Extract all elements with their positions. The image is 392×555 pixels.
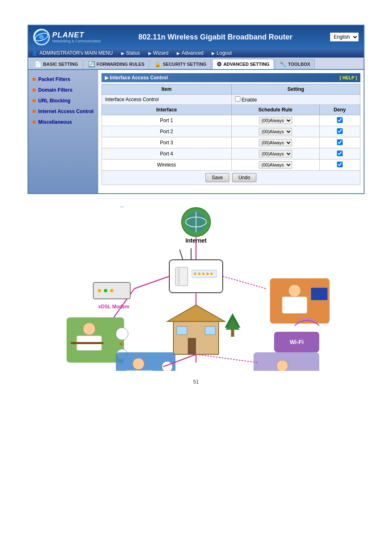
wireless-schedule-select[interactable]: (00)Always [259, 161, 292, 169]
port1-deny-cell [319, 115, 360, 126]
col-schedule-header: Schedule Rule [231, 105, 319, 115]
page-number: 51 [0, 379, 392, 385]
port1-schedule-select[interactable]: (00)Always [259, 117, 292, 124]
svg-rect-30 [71, 342, 104, 344]
port4-schedule: (00)Always [231, 148, 319, 160]
forwarding-rules-icon: 🔄 [88, 61, 95, 67]
svg-line-11 [180, 250, 183, 260]
wireless-schedule: (00)Always [231, 160, 319, 171]
admin-icon: 👤 [32, 50, 38, 56]
svg-point-31 [116, 328, 128, 340]
tab-toolbox[interactable]: 🔧 TOOLBOX [275, 59, 315, 69]
svg-line-63 [196, 354, 258, 363]
port2-schedule-select[interactable]: (00)Always [259, 128, 292, 135]
buttons-row: Save Undo [101, 171, 360, 185]
svg-point-17 [206, 273, 209, 275]
logo-title: PLANET [52, 31, 84, 39]
wireless-deny-checkbox[interactable] [337, 162, 343, 167]
router-header: PLANET Networking & Communication 802.11… [28, 25, 364, 49]
toolbox-icon: 🔧 [279, 61, 286, 67]
svg-point-18 [210, 273, 213, 275]
svg-point-15 [198, 273, 201, 275]
sidebar-item-domain-filters[interactable]: Domain Filters [28, 85, 98, 95]
port3-schedule-select[interactable]: (00)Always [259, 139, 292, 146]
port2-deny-checkbox[interactable] [337, 128, 343, 134]
svg-point-24 [98, 289, 101, 292]
save-button[interactable]: Save [205, 173, 229, 182]
sidebar-item-url-blocking[interactable]: URL Blocking [28, 95, 98, 106]
port2-label: Port 2 [102, 126, 232, 137]
nav-wizard[interactable]: ▶ Wizard [148, 50, 168, 56]
wireless-label: Wireless [102, 160, 232, 171]
port4-schedule-select[interactable]: (00)Always [259, 150, 292, 157]
content-area: Packet Filters Domain Filters URL Blocki… [28, 70, 364, 193]
logout-arrow-icon: ▶ [212, 51, 215, 56]
sidebar-item-internet-access-control[interactable]: Internet Access Control [28, 106, 98, 117]
undo-button[interactable]: Undo [232, 173, 256, 182]
table-row: Wireless (00)Always [102, 160, 360, 171]
svg-rect-38 [188, 338, 196, 354]
access-table: Item Setting Interface Access Control En… [101, 84, 360, 171]
wifi-label: Wi-Fi [290, 339, 304, 345]
port3-label: Port 3 [102, 137, 232, 148]
svg-point-50 [133, 358, 144, 370]
help-link[interactable]: [ HELP ] [339, 75, 357, 80]
svg-text:🕐: 🕐 [119, 206, 125, 208]
nav-logout[interactable]: ▶ Logout [212, 50, 232, 56]
port4-label: Port 4 [102, 148, 232, 160]
svg-rect-47 [311, 288, 327, 300]
section-header: ▶ Interface Access Control [ HELP ] [101, 73, 360, 82]
bullet-icon [32, 110, 36, 113]
logo-subtitle: Networking & Communication [52, 39, 101, 44]
port1-schedule: (00)Always [231, 115, 319, 126]
enable-value: Enable [242, 97, 257, 103]
tab-basic-setting[interactable]: 📄 BASIC SETTING [30, 59, 83, 69]
nav-admin[interactable]: 👤 ADMINISTRATOR's MAIN MENU [32, 50, 113, 56]
security-setting-icon: 🔒 [154, 61, 161, 67]
table-row: Port 2 (00)Always [102, 126, 360, 137]
sidebar-item-miscellaneous[interactable]: Miscellaneous [28, 117, 98, 127]
col-deny-header: Deny [319, 105, 360, 115]
port2-deny-cell [319, 126, 360, 137]
bullet-icon [32, 99, 36, 102]
svg-rect-46 [282, 297, 307, 313]
router-panel: PLANET Networking & Communication 802.11… [28, 25, 364, 194]
tab-forwarding-rules[interactable]: 🔄 FORWARDING RULES [83, 59, 149, 69]
port1-label: Port 1 [102, 115, 232, 126]
modem-label: xDSL Modem [98, 304, 129, 310]
bullet-icon [32, 78, 36, 81]
svg-text:✕: ✕ [119, 341, 124, 347]
section-title: ▶ Interface Access Control [105, 75, 168, 81]
tab-advanced-setting[interactable]: ⚙ ADVANCED SETTING [212, 59, 274, 69]
table-row: Port 3 (00)Always [102, 137, 360, 148]
nav-advanced[interactable]: ▶ Advanced [177, 50, 203, 56]
svg-rect-10 [178, 267, 180, 286]
svg-point-57 [277, 360, 288, 371]
port2-schedule: (00)Always [231, 126, 319, 137]
svg-point-28 [83, 323, 95, 335]
col-interface-header: Interface [102, 105, 232, 115]
svg-line-22 [223, 276, 266, 289]
port3-deny-checkbox[interactable] [337, 139, 343, 145]
svg-rect-51 [126, 370, 153, 371]
advanced-arrow-icon: ▶ [177, 51, 180, 56]
svg-point-25 [104, 289, 107, 292]
page-number-value: 51 [193, 379, 198, 385]
svg-point-26 [110, 289, 113, 292]
port1-deny-checkbox[interactable] [337, 117, 343, 123]
tab-bar: 📄 BASIC SETTING 🔄 FORWARDING RULES 🔒 SEC… [28, 58, 364, 70]
language-select[interactable]: English [330, 32, 359, 42]
svg-point-16 [202, 273, 205, 275]
nav-status[interactable]: ▶ Status [121, 50, 140, 56]
col-item-header: Item [102, 84, 232, 95]
wireless-deny-cell [319, 160, 360, 171]
enable-checkbox[interactable] [235, 96, 240, 102]
status-arrow-icon: ▶ [121, 51, 125, 56]
network-diagram-svg: Internet xDSL Modem [52, 206, 340, 371]
sidebar-item-packet-filters[interactable]: Packet Filters [28, 74, 98, 85]
interface-header-row: Interface Schedule Rule Deny [102, 105, 360, 115]
svg-rect-40 [205, 326, 215, 335]
port4-deny-checkbox[interactable] [337, 150, 343, 156]
bullet-icon [32, 120, 36, 124]
tab-security-setting[interactable]: 🔒 SECURITY SETTING [150, 59, 211, 69]
